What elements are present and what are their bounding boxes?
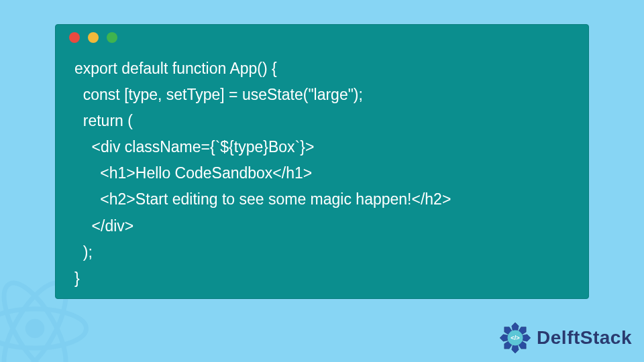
code-line: ); [74, 243, 93, 261]
code-line: <h1>Hello CodeSandbox</h1> [74, 164, 312, 182]
maximize-icon[interactable] [107, 32, 117, 43]
code-line: return ( [74, 112, 133, 129]
delftstack-logo-icon: </> [498, 320, 533, 355]
brand-badge: </> DelftStack [498, 320, 632, 355]
window-titlebar [56, 25, 588, 50]
close-icon[interactable] [69, 32, 80, 43]
minimize-icon[interactable] [88, 32, 99, 43]
code-line: <div className={`${type}Box`}> [74, 138, 314, 156]
svg-point-0 [25, 319, 45, 339]
code-line: </div> [74, 217, 133, 235]
code-content: export default function App() { const [t… [56, 50, 588, 297]
code-line: export default function App() { [74, 60, 277, 77]
code-window: export default function App() { const [t… [55, 24, 589, 299]
svg-text:</>: </> [511, 335, 520, 341]
code-line: <h2>Start editing to see some magic happ… [74, 190, 451, 208]
code-line: } [74, 269, 80, 287]
code-line: const [type, setType] = useState("large"… [74, 86, 363, 103]
brand-name: DelftStack [537, 327, 632, 349]
